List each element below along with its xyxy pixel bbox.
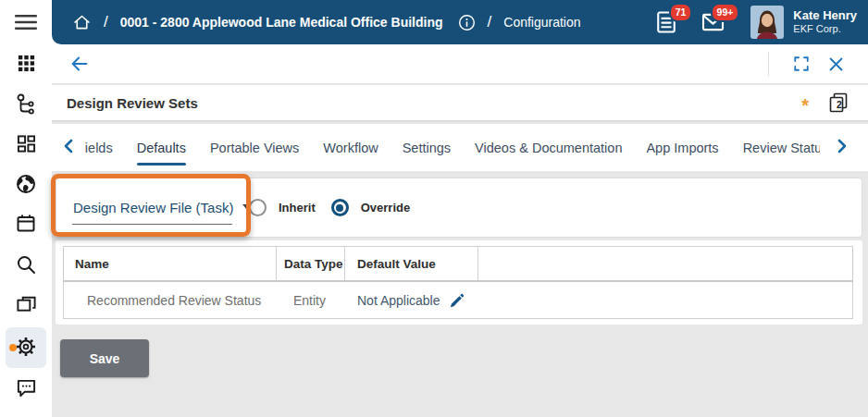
info-icon[interactable] bbox=[458, 14, 476, 31]
globe-icon bbox=[16, 174, 36, 197]
navy-bar: / 0001 - 2800 Applewood Lane Medical Off… bbox=[52, 0, 868, 44]
page-title: Design Review Sets bbox=[67, 95, 198, 111]
column-header-empty bbox=[478, 247, 852, 282]
apps-grid-icon bbox=[17, 54, 36, 76]
inherit-radio-option[interactable]: Inherit bbox=[249, 199, 316, 216]
edit-default-value-button[interactable] bbox=[449, 292, 465, 309]
breadcrumb-section[interactable]: Configuration bbox=[503, 15, 580, 30]
app-window: / 0001 - 2800 Applewood Lane Medical Off… bbox=[0, 0, 868, 417]
sidebar-item-feedback[interactable] bbox=[6, 371, 46, 408]
forms-notifications-button[interactable]: 71 bbox=[653, 9, 679, 35]
chevron-left-icon bbox=[61, 138, 76, 154]
back-button[interactable] bbox=[68, 54, 91, 74]
radio-unselected-icon[interactable] bbox=[249, 199, 267, 216]
main-content: Design Review Sets * 2 Fields Defaults P… bbox=[52, 44, 868, 417]
tab-strip: Fields Defaults Portable Views Workflow … bbox=[85, 124, 820, 171]
tabs-scroll-right-button[interactable] bbox=[833, 136, 851, 156]
defaults-table-card: Name Data Type Default Value Recommended… bbox=[56, 240, 862, 325]
sidebar-item-dashboard[interactable] bbox=[6, 127, 46, 164]
sidebar-item-search[interactable] bbox=[6, 247, 46, 284]
expand-button[interactable] bbox=[791, 54, 812, 74]
sidebar-item-globe[interactable] bbox=[6, 166, 46, 203]
mail-badge: 99+ bbox=[711, 3, 740, 22]
sidebar-item-apps[interactable] bbox=[6, 46, 46, 83]
home-icon[interactable] bbox=[72, 13, 92, 32]
inherit-radio-label: Inherit bbox=[279, 201, 316, 215]
column-header-default-value: Default Value bbox=[345, 247, 478, 282]
tab-videos-documentation[interactable]: Videos & Documentation bbox=[475, 124, 622, 171]
tab-app-imports[interactable]: App Imports bbox=[646, 124, 718, 171]
expand-icon bbox=[793, 55, 810, 72]
menu-notch bbox=[0, 0, 52, 44]
table-row-data-type: Entity bbox=[277, 282, 345, 318]
mail-notifications-button[interactable]: 99+ bbox=[700, 9, 726, 35]
defaults-panel: Design Review File (Task) Inherit Overri… bbox=[56, 178, 862, 238]
tab-review-statuses[interactable]: Review Statuses bbox=[743, 124, 820, 171]
folders-icon bbox=[16, 294, 37, 317]
tabs-scroll-left-button[interactable] bbox=[59, 136, 78, 156]
table-row-empty-cell bbox=[478, 282, 852, 318]
user-name: Kate Henry bbox=[793, 8, 857, 23]
defaults-table: Name Data Type Default Value Recommended… bbox=[63, 246, 853, 319]
sidebar-item-calendar[interactable] bbox=[6, 205, 46, 242]
user-company: EKF Corp. bbox=[793, 23, 857, 36]
column-header-data-type: Data Type bbox=[277, 247, 345, 282]
forms-badge: 71 bbox=[669, 3, 693, 22]
close-button[interactable] bbox=[826, 55, 846, 74]
page-header: Design Review Sets * 2 bbox=[52, 85, 868, 122]
avatar[interactable] bbox=[750, 6, 784, 39]
tab-settings[interactable]: Settings bbox=[403, 124, 451, 171]
sidebar-item-settings[interactable] bbox=[6, 327, 46, 368]
dashboard-tiles-icon bbox=[17, 134, 36, 156]
dropdown-value: Design Review File (Task) bbox=[73, 200, 233, 215]
top-navigation-bar: / 0001 - 2800 Applewood Lane Medical Off… bbox=[0, 0, 868, 44]
default-value-text: Not Applicable bbox=[357, 293, 440, 308]
topbar-right-cluster: 71 99+ Kate Henry EKF Corp. bbox=[633, 6, 868, 39]
field-set-dropdown[interactable]: Design Review File (Task) bbox=[72, 200, 232, 225]
panel-toolbar bbox=[52, 44, 868, 84]
tab-bar: Fields Defaults Portable Views Workflow … bbox=[52, 124, 868, 171]
save-button[interactable]: Save bbox=[60, 339, 149, 377]
breadcrumb-project[interactable]: 0001 - 2800 Applewood Lane Medical Offic… bbox=[120, 15, 443, 30]
radio-selected-icon[interactable] bbox=[331, 199, 349, 216]
breadcrumb-separator: / bbox=[104, 13, 108, 31]
toolbar-divider bbox=[768, 52, 769, 76]
workflow-tree-icon bbox=[16, 93, 36, 117]
override-radio-option[interactable]: Override bbox=[331, 199, 410, 216]
close-icon bbox=[828, 56, 844, 72]
chevron-right-icon bbox=[835, 138, 849, 154]
settings-gear-icon bbox=[15, 336, 37, 361]
pencil-icon bbox=[449, 292, 465, 309]
calendar-icon bbox=[16, 213, 36, 236]
user-menu[interactable]: Kate Henry EKF Corp. bbox=[793, 8, 857, 36]
pages-icon: 2 bbox=[827, 92, 849, 114]
tab-workflow[interactable]: Workflow bbox=[323, 124, 378, 171]
column-header-name: Name bbox=[64, 247, 277, 282]
pages-count-button[interactable]: 2 bbox=[825, 90, 851, 116]
tab-fields[interactable]: Fields bbox=[85, 124, 113, 171]
table-row-default-value: Not Applicable bbox=[345, 282, 478, 318]
sidebar-item-documents[interactable] bbox=[6, 287, 46, 324]
svg-text:2: 2 bbox=[837, 99, 842, 110]
override-radio-label: Override bbox=[361, 201, 410, 215]
table-row-name: Recommended Review Status bbox=[64, 282, 277, 318]
search-icon bbox=[16, 254, 36, 277]
tab-defaults[interactable]: Defaults bbox=[137, 124, 186, 171]
tab-portable-views[interactable]: Portable Views bbox=[210, 124, 299, 171]
back-arrow-icon bbox=[68, 54, 91, 74]
hamburger-menu-icon[interactable] bbox=[10, 8, 42, 36]
sidebar-item-workflow[interactable] bbox=[6, 87, 46, 124]
feedback-chat-icon bbox=[16, 377, 37, 401]
left-sidebar bbox=[0, 44, 52, 417]
breadcrumb: / 0001 - 2800 Applewood Lane Medical Off… bbox=[52, 13, 581, 32]
breadcrumb-separator: / bbox=[488, 13, 492, 31]
